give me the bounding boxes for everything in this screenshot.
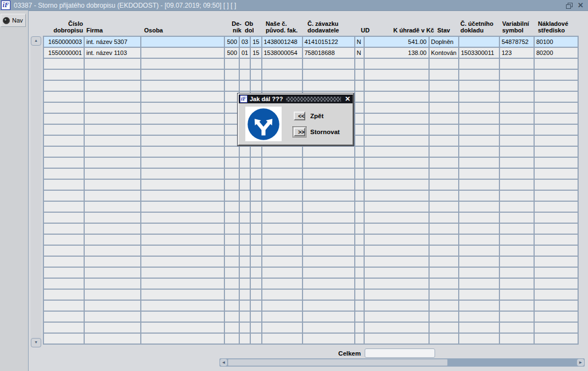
grid-cell[interactable] xyxy=(224,212,239,223)
grid-cell[interactable] xyxy=(84,278,141,289)
grid-cell[interactable] xyxy=(429,289,459,300)
grid-cell[interactable] xyxy=(355,278,364,289)
column-header[interactable]: Firma xyxy=(85,27,142,35)
grid-cell[interactable] xyxy=(43,333,84,344)
grid-cell[interactable] xyxy=(141,168,224,179)
grid-cell[interactable] xyxy=(224,245,239,256)
grid-cell[interactable] xyxy=(303,157,355,168)
grid-cell[interactable] xyxy=(355,322,364,333)
column-header[interactable]: De- ník xyxy=(227,20,243,35)
grid-cell[interactable] xyxy=(141,157,224,168)
grid-cell[interactable] xyxy=(141,135,224,146)
grid-cell[interactable] xyxy=(459,289,499,300)
grid-cell[interactable] xyxy=(534,256,578,267)
grid-cell[interactable] xyxy=(534,146,578,157)
grid-cell[interactable] xyxy=(84,179,141,190)
grid-cell[interactable] xyxy=(84,58,141,69)
grid-cell[interactable] xyxy=(429,201,459,212)
grid-cell[interactable]: int. název 1103 xyxy=(84,47,141,58)
grid-cell[interactable] xyxy=(355,311,364,322)
grid-cell[interactable] xyxy=(262,69,303,80)
grid-cell[interactable] xyxy=(84,168,141,179)
grid-cell[interactable] xyxy=(224,322,239,333)
grid-cell[interactable] xyxy=(355,80,364,91)
column-header[interactable] xyxy=(254,34,264,35)
grid-cell[interactable] xyxy=(429,333,459,344)
grid-cell[interactable] xyxy=(43,69,84,80)
grid-cell[interactable]: 01 xyxy=(239,47,250,58)
grid-cell[interactable] xyxy=(534,124,578,135)
grid-cell[interactable] xyxy=(84,102,141,113)
grid-cell[interactable] xyxy=(262,212,303,223)
table-row[interactable] xyxy=(43,278,578,289)
table-row[interactable] xyxy=(43,58,578,69)
grid-cell[interactable] xyxy=(141,278,224,289)
grid-cell[interactable] xyxy=(43,91,84,102)
grid-cell[interactable] xyxy=(499,179,534,190)
grid-cell[interactable] xyxy=(141,179,224,190)
grid-cell[interactable] xyxy=(239,212,250,223)
grid-cell[interactable] xyxy=(355,190,364,201)
grid-cell[interactable] xyxy=(355,333,364,344)
grid-cell[interactable] xyxy=(84,333,141,344)
grid-cell[interactable] xyxy=(459,91,499,102)
grid-cell[interactable] xyxy=(141,190,224,201)
grid-cell[interactable] xyxy=(262,223,303,234)
grid-cell[interactable] xyxy=(262,80,303,91)
grid-cell[interactable]: 1538000054 xyxy=(262,47,303,58)
grid-cell[interactable] xyxy=(429,322,459,333)
grid-cell[interactable] xyxy=(459,179,499,190)
grid-cell[interactable] xyxy=(250,157,261,168)
grid-cell[interactable] xyxy=(250,58,261,69)
table-row[interactable] xyxy=(43,223,578,234)
grid-cell[interactable] xyxy=(250,190,261,201)
grid-cell[interactable] xyxy=(239,190,250,201)
grid-cell[interactable] xyxy=(364,212,429,223)
grid-cell[interactable] xyxy=(534,58,578,69)
grid-cell[interactable] xyxy=(364,157,429,168)
grid-cell[interactable] xyxy=(239,322,250,333)
column-header[interactable]: Č. účetního dokladu xyxy=(459,20,501,35)
grid-cell[interactable] xyxy=(355,223,364,234)
column-header[interactable]: Osoba xyxy=(142,27,227,35)
grid-cell[interactable] xyxy=(534,300,578,311)
grid-cell[interactable] xyxy=(534,223,578,234)
column-header[interactable]: Ob dobí xyxy=(243,20,254,35)
grid-cell[interactable] xyxy=(499,223,534,234)
grid-cell[interactable] xyxy=(534,113,578,124)
grid-cell[interactable] xyxy=(534,69,578,80)
grid-cell[interactable] xyxy=(499,245,534,256)
grid-cell[interactable] xyxy=(262,267,303,278)
grid-cell[interactable] xyxy=(429,69,459,80)
grid-cell[interactable] xyxy=(239,223,250,234)
grid-cell[interactable] xyxy=(303,80,355,91)
grid-cell[interactable] xyxy=(499,278,534,289)
grid-cell[interactable]: 123 xyxy=(499,47,534,58)
grid-cell[interactable] xyxy=(499,135,534,146)
grid-cell[interactable]: 54878752 xyxy=(499,36,534,47)
grid-cell[interactable] xyxy=(459,245,499,256)
grid-cell[interactable] xyxy=(43,179,84,190)
grid-cell[interactable] xyxy=(364,58,429,69)
grid-cell[interactable] xyxy=(429,80,459,91)
nav-radio-button[interactable] xyxy=(3,17,10,24)
grid-cell[interactable] xyxy=(534,190,578,201)
grid-cell[interactable] xyxy=(459,157,499,168)
grid-cell[interactable] xyxy=(429,300,459,311)
grid-cell[interactable] xyxy=(303,256,355,267)
grid-cell[interactable] xyxy=(250,300,261,311)
grid-cell[interactable] xyxy=(499,80,534,91)
grid-cell[interactable] xyxy=(84,201,141,212)
grid-cell[interactable] xyxy=(262,322,303,333)
grid-cell[interactable] xyxy=(459,267,499,278)
grid-cell[interactable] xyxy=(429,245,459,256)
grid-cell[interactable] xyxy=(459,146,499,157)
grid-cell[interactable] xyxy=(355,245,364,256)
grid-cell[interactable] xyxy=(534,168,578,179)
grid-cell[interactable] xyxy=(141,146,224,157)
grid-cell[interactable] xyxy=(499,102,534,113)
grid-cell[interactable] xyxy=(250,333,261,344)
grid-cell[interactable] xyxy=(355,234,364,245)
grid-cell[interactable] xyxy=(141,311,224,322)
column-header[interactable]: Č. závazku dodavatele xyxy=(306,20,359,35)
